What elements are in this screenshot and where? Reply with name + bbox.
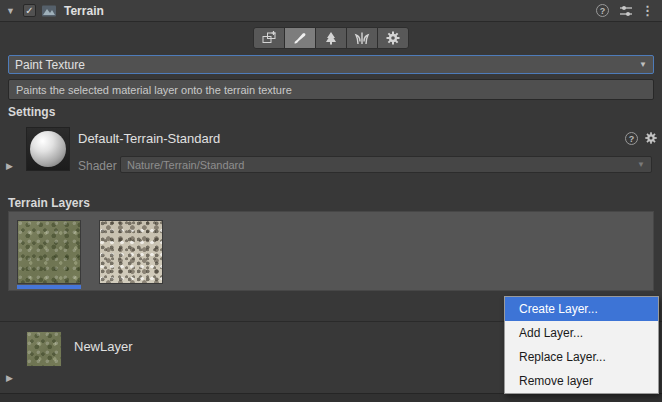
shader-dropdown-value: Nature/Terrain/Standard (127, 159, 637, 171)
terrain-toolbar (0, 27, 662, 49)
paint-tool-dropdown[interactable]: Paint Texture ▼ (8, 55, 654, 74)
shader-label: Shader (78, 159, 117, 173)
terrain-layers-label: Terrain Layers (8, 196, 90, 210)
layer-thumbnail-grass[interactable] (17, 220, 81, 284)
foldout-open-icon[interactable]: ▼ (6, 6, 18, 16)
gear-icon (385, 30, 401, 46)
component-title: Terrain (64, 4, 104, 18)
paint-details-button[interactable] (346, 27, 378, 49)
material-gear-icon[interactable] (644, 131, 658, 145)
grass-icon (354, 30, 370, 46)
new-layer-name: NewLayer (74, 339, 133, 354)
checkmark-icon: ✓ (25, 6, 33, 16)
chevron-down-icon: ▼ (639, 60, 647, 69)
context-menu-icon[interactable]: ⋮ (639, 3, 656, 18)
paint-trees-button[interactable] (315, 27, 347, 49)
material-sphere-preview (30, 131, 66, 167)
terrain-inspector: ▼ ✓ Terrain ? ⋮ (0, 0, 662, 402)
settings-label: Settings (8, 105, 55, 119)
menu-item-add-layer[interactable]: Add Layer... (505, 321, 658, 345)
inspector-footer (0, 393, 662, 402)
terrain-settings-button[interactable] (377, 27, 409, 49)
selected-layer-indicator (17, 285, 81, 289)
new-layer-thumbnail[interactable] (26, 331, 62, 367)
paint-tool-dropdown-value: Paint Texture (15, 58, 639, 72)
brush-icon (292, 30, 308, 46)
terrain-layers-palette (8, 211, 654, 291)
menu-item-replace-layer[interactable]: Replace Layer... (505, 345, 658, 369)
tree-icon (323, 30, 339, 46)
new-layer-foldout-icon[interactable]: ▶ (6, 373, 13, 383)
help-box-text: Paints the selected material layer onto … (16, 84, 292, 96)
help-box: Paints the selected material layer onto … (8, 79, 654, 100)
layer-context-menu: Create Layer... Add Layer... Replace Lay… (504, 296, 659, 394)
shader-dropdown[interactable]: Nature/Terrain/Standard ▼ (120, 156, 652, 173)
material-foldout-icon[interactable]: ▶ (6, 161, 13, 171)
create-neighbor-terrains-button[interactable] (253, 27, 285, 49)
paint-terrain-button[interactable] (284, 27, 316, 49)
layer-thumbnail-gravel[interactable] (99, 220, 163, 284)
menu-item-remove-layer[interactable]: Remove layer (505, 369, 658, 393)
material-name: Default-Terrain-Standard (78, 131, 220, 146)
component-header: ▼ ✓ Terrain ? ⋮ (0, 0, 662, 22)
enabled-checkbox[interactable]: ✓ (23, 4, 36, 17)
help-icon[interactable]: ? (596, 4, 609, 17)
terrain-icon (41, 3, 57, 19)
material-help-icon[interactable]: ? (625, 132, 638, 145)
material-preview-thumbnail[interactable] (26, 127, 70, 171)
chevron-down-icon: ▼ (637, 160, 645, 169)
presets-icon[interactable] (618, 3, 634, 19)
menu-item-create-layer[interactable]: Create Layer... (505, 297, 658, 321)
neighbor-terrain-icon (261, 30, 277, 46)
